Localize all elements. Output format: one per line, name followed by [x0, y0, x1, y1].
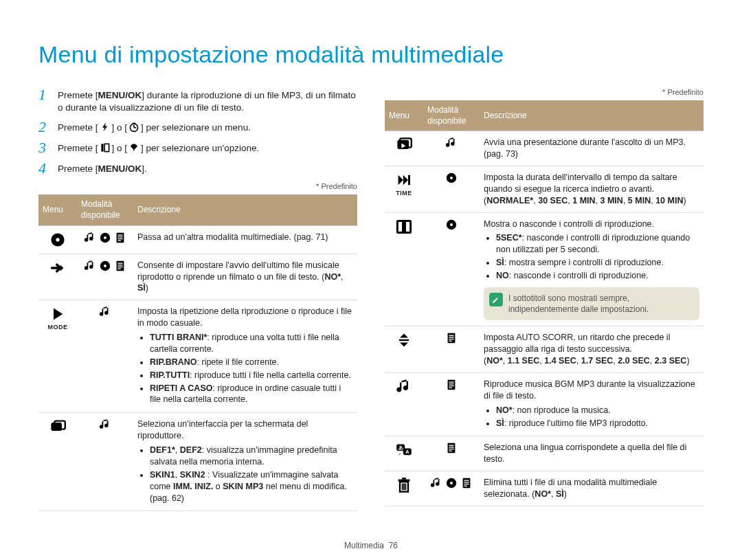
text-icon [445, 442, 458, 454]
svg-rect-26 [408, 175, 410, 185]
step-3: 3Premete [] o [] per selezionare un'opzi… [38, 140, 357, 155]
menu-icon-cell [385, 212, 423, 326]
mode-icons-cell [423, 166, 480, 212]
svg-rect-1 [133, 123, 136, 124]
description-cell: Consente di impostare l'avvio dell'ultim… [133, 254, 357, 300]
svg-point-60 [450, 482, 453, 484]
step-number: 4 [38, 161, 54, 176]
menu-icon-cell: あA [385, 436, 423, 471]
menu-icon-cell [385, 326, 423, 373]
svg-point-32 [450, 223, 453, 226]
disc-icon [49, 232, 66, 248]
svg-rect-12 [117, 236, 122, 237]
svg-rect-35 [449, 335, 453, 336]
svg-rect-49 [449, 445, 453, 446]
table-row: Elimina tutti i file di una modalità mul… [385, 471, 704, 506]
menu-icon-cell [38, 413, 77, 511]
menu-icon-cell [38, 225, 77, 254]
text-icon [445, 379, 458, 391]
table-row: Imposta AUTO SCORR, un ritardo che prece… [385, 326, 704, 373]
mode-icons-cell [423, 436, 480, 471]
description-cell: Riproduce musica BGM MP3 durante la visu… [480, 372, 704, 436]
description-cell: Imposta la durata dell'intervallo di tem… [480, 166, 704, 212]
svg-rect-18 [117, 262, 122, 263]
svg-rect-43 [449, 388, 452, 388]
menu-icon-cell [385, 471, 423, 506]
svg-rect-20 [117, 267, 122, 267]
step-text: Premete [MENU/OK] durante la riproduzion… [58, 87, 357, 114]
music-icon [84, 260, 96, 272]
th-desc: Descrizione [480, 100, 704, 131]
music-icon [445, 137, 458, 149]
options-table-left: Menu Modalità disponibile Descrizione Pa… [38, 194, 357, 511]
mode-icons-cell [423, 131, 480, 166]
menu-icon-cell [385, 131, 423, 166]
th-menu: Menu [38, 194, 77, 225]
options-table-right: Menu Modalità disponibile Descrizione Av… [385, 100, 704, 506]
page-title: Menu di impostazione modalità multimedia… [38, 41, 704, 68]
table-row: MODEImposta la ripetizione della riprodu… [38, 300, 357, 413]
macro-left-icon [100, 142, 111, 153]
svg-rect-42 [449, 385, 453, 386]
description-cell: Seleziona un'interfaccia per la schermat… [133, 413, 357, 511]
disc-icon [445, 477, 458, 489]
timer-icon [128, 122, 139, 133]
step-4: 4Premete [MENU/OK]. [38, 161, 357, 176]
text-icon [114, 232, 126, 244]
svg-rect-51 [449, 449, 453, 449]
svg-rect-50 [449, 447, 453, 448]
svg-rect-63 [464, 482, 469, 482]
table-row: あASeleziona una lingua corrispondete a q… [385, 436, 704, 471]
svg-point-28 [450, 177, 453, 179]
step-number: 1 [38, 87, 54, 102]
steps-list: 1Premete [MENU/OK] durante la riproduzio… [38, 87, 357, 176]
mode-icons-cell [77, 413, 133, 511]
svg-rect-17 [117, 260, 124, 270]
disc-icon [99, 260, 111, 272]
svg-rect-61 [463, 478, 471, 488]
description-cell: Seleziona una lingua corrispondete a que… [480, 436, 704, 471]
step-1: 1Premete [MENU/OK] durante la riproduzio… [38, 87, 357, 114]
footer-page: 76 [389, 541, 398, 550]
svg-rect-62 [464, 480, 469, 481]
two-column-layout: 1Premete [MENU/OK] durante la riproduzio… [38, 87, 704, 511]
svg-rect-54 [398, 480, 410, 482]
mode-icons-cell [423, 471, 480, 506]
manual-page: Menu di impostazione modalità multimedia… [0, 0, 742, 560]
menu-icon-cell [385, 372, 423, 436]
music-icon [99, 418, 111, 431]
svg-rect-55 [402, 478, 406, 479]
table-row: Riproduce musica BGM MP3 durante la visu… [385, 372, 704, 436]
table-row: Mostra o nasconde i controlli di riprodu… [385, 212, 704, 326]
menu-icon-subtext: TIME [389, 189, 419, 197]
mode-icons-cell [77, 225, 133, 254]
music-icon [84, 232, 96, 244]
th-menu: Menu [385, 100, 423, 131]
svg-rect-11 [117, 234, 122, 235]
skin-icon [49, 418, 66, 435]
note-box: I sottotitoli sono mostrati sempre, indi… [484, 287, 699, 320]
svg-rect-14 [117, 240, 121, 240]
svg-rect-13 [117, 238, 122, 239]
step-number: 3 [38, 140, 54, 155]
play-icon [49, 306, 66, 322]
svg-rect-37 [449, 339, 453, 339]
step-text: Premete [] o [] per selezionare un menu. [58, 120, 251, 134]
description-cell: Mostra o nasconde i controlli di riprodu… [480, 212, 704, 326]
scroll-icon [396, 332, 412, 348]
svg-rect-48 [448, 443, 456, 453]
left-column: 1Premete [MENU/OK] durante la riproduzio… [38, 87, 357, 511]
table-row: Seleziona un'interfaccia per la schermat… [38, 413, 357, 511]
note-badge-icon [489, 293, 503, 306]
svg-rect-39 [448, 380, 456, 390]
music-icon [99, 306, 111, 318]
svg-rect-40 [449, 381, 453, 382]
mode-icons-cell [423, 372, 480, 436]
description-cell: Passa ad un'altra modalità multimediale.… [133, 225, 357, 254]
disc-icon [445, 219, 458, 231]
svg-text:A: A [405, 449, 409, 456]
svg-rect-38 [449, 341, 452, 341]
svg-rect-41 [449, 383, 453, 384]
menu-icon-cell: TIME [385, 166, 423, 212]
svg-rect-52 [449, 451, 452, 451]
